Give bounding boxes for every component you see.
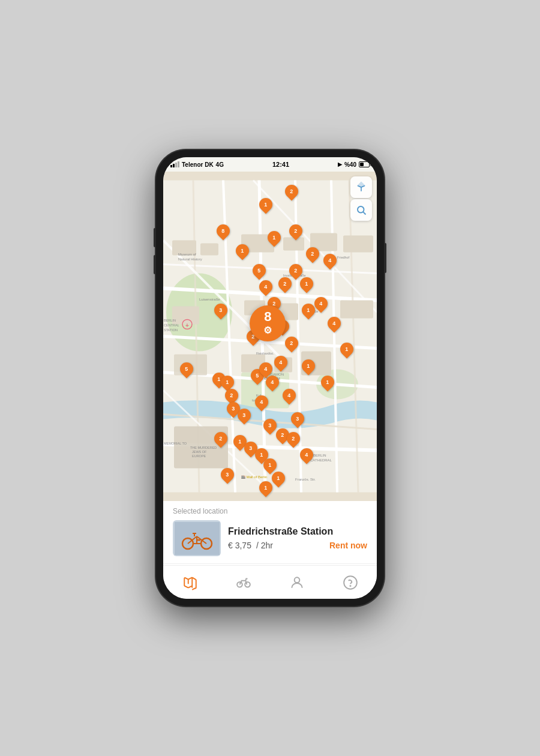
svg-line-59 — [363, 212, 365, 214]
map-pin[interactable]: 2 — [285, 337, 298, 350]
bottom-navigation — [163, 565, 377, 599]
help-nav-icon — [343, 575, 358, 590]
price-row: € 3,75 / 2hr Rent now — [228, 541, 367, 550]
map-nav-icon — [182, 575, 198, 590]
vol-down-button[interactable] — [154, 255, 156, 274]
bike-nav-icon — [236, 575, 251, 590]
map-pin[interactable]: 2 — [225, 389, 238, 402]
vol-up-button[interactable] — [154, 228, 156, 247]
station-name: Friedrichstraße Station — [228, 526, 367, 537]
map-pin[interactable]: 2 — [289, 264, 302, 277]
map-pin[interactable]: 1 — [263, 458, 277, 472]
map-pin[interactable]: 4 — [328, 317, 341, 330]
map-pin[interactable]: 1 — [268, 231, 281, 244]
rent-now-button[interactable]: Rent now — [329, 541, 367, 550]
map-pin[interactable]: 4 — [283, 389, 296, 402]
map-pin[interactable]: 1 — [340, 343, 353, 356]
profile-nav-icon — [289, 575, 305, 590]
map-pin[interactable]: 2 — [287, 432, 300, 445]
selected-pin-large[interactable]: 8 ⚙ — [250, 305, 286, 341]
map-pin[interactable]: 4 — [314, 297, 328, 310]
map-pin[interactable]: 1 — [300, 277, 313, 290]
station-info: Friedrichstraße Station € 3,75 / 2hr Ren… — [228, 526, 367, 550]
station-image — [173, 520, 221, 556]
large-pin-bike-icon: ⚙ — [263, 325, 272, 336]
status-right: ▶ %40 — [338, 161, 370, 168]
price-value: € 3,75 — [228, 541, 251, 550]
location-arrow-icon: ▶ — [338, 161, 342, 167]
carrier-text: Telenor DK — [182, 161, 214, 168]
map-pin[interactable]: 3 — [238, 409, 251, 422]
search-map-button[interactable] — [350, 199, 372, 221]
nav-divider — [163, 563, 377, 564]
map-view[interactable]: Museum of Natural History MEMORIAL TO TH… — [163, 172, 377, 501]
svg-point-58 — [358, 206, 364, 213]
map-pin[interactable]: 2 — [306, 247, 319, 260]
svg-point-73 — [344, 576, 357, 589]
svg-point-72 — [294, 577, 299, 583]
phone-screen: Telenor DK 4G 12:41 ▶ %40 — [163, 157, 377, 599]
map-pin[interactable]: 4 — [266, 376, 279, 389]
map-pin[interactable]: 2 — [278, 277, 292, 290]
map-pin[interactable]: 1 — [302, 359, 315, 373]
map-pin[interactable]: 4 — [300, 448, 313, 461]
map-pin[interactable]: 4 — [259, 280, 272, 293]
map-pin[interactable]: 5 — [253, 264, 266, 277]
map-pin[interactable]: 1 — [321, 376, 334, 389]
time-text: 12:41 — [272, 161, 289, 168]
price-per: / 2hr — [256, 541, 273, 550]
phone-frame: Telenor DK 4G 12:41 ▶ %40 — [156, 150, 384, 606]
map-pin[interactable]: 2 — [289, 224, 302, 238]
map-pin[interactable]: 8 — [217, 224, 230, 238]
location-card: Friedrichstraße Station € 3,75 / 2hr Ren… — [173, 520, 367, 556]
network-text: 4G — [216, 161, 224, 168]
battery-percent-text: %40 — [344, 161, 356, 168]
map-pin[interactable]: 3 — [214, 304, 227, 317]
map-pin[interactable]: 5 — [180, 362, 193, 376]
selected-location-label: Selected location — [173, 507, 367, 515]
map-controls — [350, 176, 372, 221]
status-left: Telenor DK 4G — [170, 161, 224, 168]
map-pin[interactable]: 3 — [263, 419, 277, 432]
nav-item-help[interactable] — [323, 566, 377, 599]
map-pin[interactable]: 1 — [259, 198, 272, 211]
map-pin[interactable]: 1 — [259, 481, 272, 494]
map-pin[interactable]: 1 — [272, 472, 285, 485]
map-pin[interactable]: 1 — [236, 244, 249, 257]
map-pin[interactable]: 4 — [323, 254, 337, 267]
battery-icon — [359, 161, 370, 167]
map-pin[interactable]: 4 — [255, 395, 268, 409]
location-panel: Selected location — [163, 501, 377, 563]
map-pin[interactable]: 3 — [291, 412, 304, 425]
status-bar: Telenor DK 4G 12:41 ▶ %40 — [163, 157, 377, 172]
map-pin[interactable]: 3 — [221, 468, 234, 481]
map-pin[interactable]: 1 — [302, 304, 315, 317]
map-pin[interactable]: 2 — [214, 432, 227, 445]
map-pin[interactable]: 1 — [221, 376, 234, 389]
power-button[interactable] — [384, 243, 386, 273]
svg-point-74 — [350, 585, 350, 586]
nav-item-map[interactable] — [163, 566, 217, 599]
signal-icon — [170, 161, 179, 167]
map-pin[interactable]: 4 — [274, 356, 287, 369]
large-pin-number: 8 — [264, 310, 271, 323]
nav-item-bike[interactable] — [217, 566, 270, 599]
location-button[interactable] — [350, 176, 372, 198]
nav-item-profile[interactable] — [270, 566, 323, 599]
map-pin[interactable]: 2 — [285, 185, 298, 198]
map-pin[interactable]: 4 — [259, 362, 272, 376]
